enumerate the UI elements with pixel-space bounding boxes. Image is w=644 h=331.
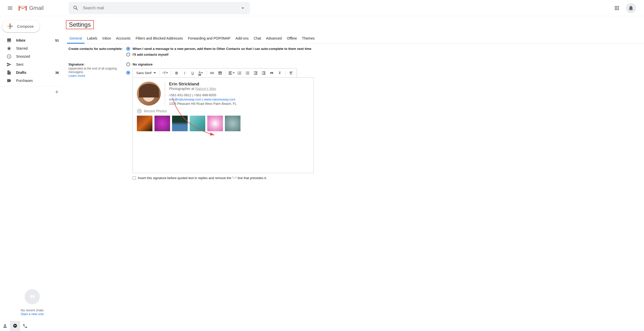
sidebar-item-purchases[interactable]: Purchases [0,77,64,85]
sidebar: Compose Inbox51StarredSnoozedSentDrafts3… [0,16,64,331]
search-options-icon[interactable] [240,5,246,11]
radio-unchecked[interactable] [126,53,130,56]
notifications-button[interactable] [626,3,636,13]
font-family-select[interactable]: Sans Serif [135,71,157,75]
tab-advanced[interactable]: Advanced [264,34,284,44]
person-icon [3,323,8,328]
contacts-tab[interactable] [0,321,10,331]
nav-label: Starred [16,46,28,50]
add-label-button[interactable] [0,86,64,97]
search-icon [73,5,79,11]
align-button[interactable] [228,70,235,77]
svg-point-3 [140,110,141,110]
radio-unchecked[interactable] [126,62,130,66]
tab-chat[interactable]: Chat [251,34,264,44]
apps-button[interactable] [612,3,622,13]
phone-tab[interactable] [20,321,30,331]
plus-small-icon [54,89,59,94]
nav-count: 51 [55,39,59,42]
radio-checked[interactable] [126,71,130,75]
tab-labels[interactable]: Labels [85,34,100,44]
indent-decrease-icon [253,71,258,75]
inbox-icon [7,38,12,43]
signature-label-block: Signature: (appended at the end of all o… [68,62,126,78]
autocomplete-option-2[interactable]: I'll add contacts myself [126,53,640,56]
remove-format-button[interactable] [288,70,295,77]
signature-avatar [137,82,161,106]
link-icon [210,71,214,75]
dropdown-icon [201,72,203,74]
compose-button[interactable]: Compose [2,20,40,32]
italic-button[interactable]: I [181,70,188,77]
insert-before-option[interactable]: Insert this signature before quoted text… [133,176,314,180]
font-size-button[interactable]: тT [162,70,169,77]
text-color-button[interactable]: A [197,70,204,77]
link-button[interactable] [209,70,216,77]
sidebar-item-sent[interactable]: Sent [0,60,64,69]
photo-thumbnail [154,116,170,131]
tab-filters-and-blocked-addresses[interactable]: Filters and Blocked Addresses [133,34,185,44]
tab-add-ons[interactable]: Add-ons [233,34,251,44]
tab-offline[interactable]: Offline [284,34,299,44]
bullet-list-button[interactable] [244,70,251,77]
search-bar[interactable] [69,2,250,14]
bold-button[interactable]: B [173,70,180,77]
tab-general[interactable]: General [67,34,85,44]
main-menu-button[interactable] [4,2,16,14]
signature-title: Photographer at Nature's Way [169,87,237,91]
signature-contact: erin@naturesway.com | www.naturesway.com [169,97,237,101]
blockquote-icon [269,71,274,75]
indent-increase-icon [261,71,266,75]
radio-checked[interactable] [126,47,130,51]
image-button[interactable] [217,70,224,77]
photo-thumbnail [190,116,205,131]
tab-themes[interactable]: Themes [299,34,317,44]
photo-thumbnail [172,116,188,131]
star-icon [7,46,12,51]
quote-button[interactable] [268,70,275,77]
numbered-list-button[interactable] [236,70,243,77]
signature-address: 1326 Pleasant Hill Road West Palm Beach,… [169,102,237,106]
clock-icon [7,54,12,59]
hangouts-tab[interactable] [10,321,20,331]
dropdown-icon [233,72,235,74]
indent-more-button[interactable] [260,70,267,77]
underline-button[interactable]: U [189,70,196,77]
insert-before-label: Insert this signature before quoted text… [138,176,267,180]
indent-less-button[interactable] [252,70,259,77]
settings-tabs: GeneralLabelsInboxAccountsFilters and Bl… [64,34,644,44]
tab-forwarding-and-pop-imap[interactable]: Forwarding and POP/IMAP [185,34,233,44]
list-ol-icon [237,71,242,75]
align-icon [228,71,233,75]
signature-setting: Signature: (appended at the end of all o… [68,62,640,182]
signature-editor[interactable]: Erin Strickland Photographer at Nature's… [133,77,314,173]
sidebar-footer [0,321,30,331]
no-signature-option[interactable]: No signature [126,62,640,66]
sidebar-item-inbox[interactable]: Inbox51 [0,36,64,44]
custom-signature-option[interactable]: Sans Serif тT B I U A [126,68,640,180]
file-icon [7,70,12,75]
signature-phone: +561-931-0912 | +561-998-6555 [169,93,237,97]
instagram-icon [137,109,142,114]
photo-grid [137,116,309,131]
hangouts-start-new[interactable]: Start a new one [0,312,64,316]
tab-accounts[interactable]: Accounts [113,34,133,44]
learn-more-link[interactable]: Learn more [68,74,85,78]
autocomplete-option-1[interactable]: When I send a message to a new person, a… [126,47,640,51]
main-area: Compose Inbox51StarredSnoozedSentDrafts3… [0,16,644,331]
sidebar-item-drafts[interactable]: Drafts36 [0,69,64,77]
nav-label: Inbox [16,38,25,42]
sidebar-item-snoozed[interactable]: Snoozed [0,52,64,60]
insert-before-checkbox[interactable] [133,176,136,180]
gmail-logo[interactable]: Gmail [18,5,44,12]
signature-label: Signature: [68,62,85,66]
search-input[interactable] [83,6,240,10]
photo-thumbnail [207,116,223,131]
hamburger-icon [7,5,13,11]
compose-label: Compose [17,24,34,28]
tab-inbox[interactable]: Inbox [100,34,113,44]
sidebar-item-starred[interactable]: Starred [0,44,64,52]
signature-sublabel: (appended at the end of all outgoing mes… [68,67,126,74]
strikethrough-button[interactable]: T [276,70,283,77]
apps-icon [614,5,620,11]
